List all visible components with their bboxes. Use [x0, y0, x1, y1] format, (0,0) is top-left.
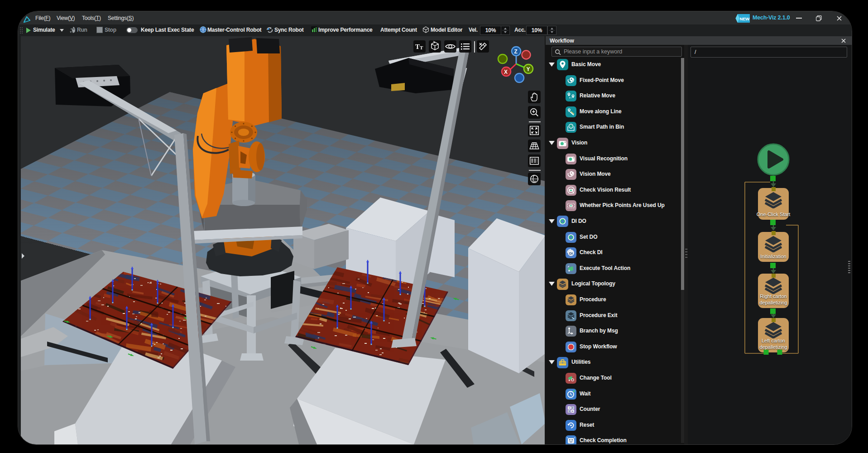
svg-text:DI: DI — [569, 251, 573, 255]
svg-text:NEW: NEW — [740, 16, 750, 21]
svg-text:3: 3 — [568, 410, 570, 413]
svg-text:Y: Y — [527, 66, 530, 72]
svg-text:X: X — [504, 69, 508, 75]
svg-text:Z: Z — [514, 48, 518, 55]
svg-text:2: 2 — [572, 406, 573, 409]
svg-text:T: T — [420, 45, 423, 50]
svg-text:1: 1 — [568, 406, 570, 409]
svg-text:T: T — [415, 43, 420, 50]
